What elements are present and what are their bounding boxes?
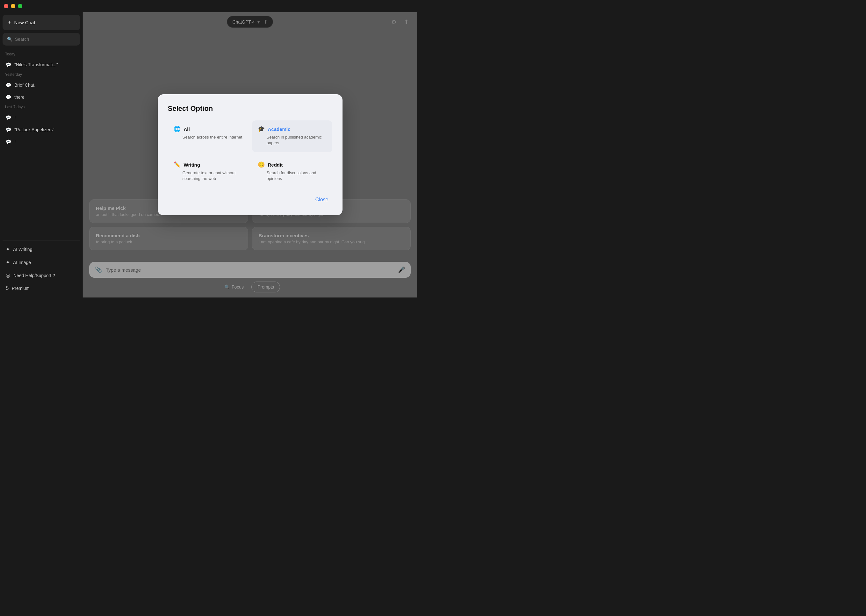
search-input[interactable]: [15, 37, 75, 42]
chat-item-potluck[interactable]: 💬 "Potluck Appetizers": [3, 124, 80, 135]
plus-icon: +: [8, 19, 11, 26]
section-yesterday-label: Yesterday: [3, 71, 80, 79]
chat-item-there[interactable]: 💬 there: [3, 91, 80, 103]
option-reddit[interactable]: 😊 Reddit Search for discussions and opin…: [252, 156, 332, 188]
minimize-button[interactable]: [11, 4, 15, 8]
sidebar-item-ai-writing[interactable]: ✦ AI Writing: [3, 243, 80, 255]
chat-icon: 💬: [6, 62, 11, 67]
traffic-lights: [4, 4, 22, 8]
option-academic-desc: Search in published academic papers: [258, 134, 327, 146]
option-reddit-desc: Search for discussions and opinions: [258, 170, 327, 182]
premium-label: Premium: [12, 286, 30, 291]
chat-item-nile[interactable]: 💬 "Nile's Transformati...": [3, 59, 80, 71]
chat-item-excl2-title: !: [14, 139, 16, 144]
chat-item-excl2[interactable]: 💬 !: [3, 136, 80, 148]
sidebar-bottom: ✦ AI Writing ✦ AI Image ◎ Need Help/Supp…: [3, 240, 80, 295]
select-option-modal: Select Option 🌐 All Search across the en…: [158, 94, 343, 215]
premium-icon: $: [6, 285, 9, 291]
sidebar-item-help[interactable]: ◎ Need Help/Support ?: [3, 269, 80, 281]
option-academic-header: 🎓 Academic: [258, 126, 327, 132]
section-today-label: Today: [3, 51, 80, 59]
chat-icon-excl1: 💬: [6, 115, 11, 120]
sidebar-item-ai-image[interactable]: ✦ AI Image: [3, 256, 80, 269]
close-label: Close: [316, 197, 328, 202]
close-modal-button[interactable]: Close: [311, 194, 332, 205]
chat-icon-excl2: 💬: [6, 139, 11, 144]
modal-overlay[interactable]: Select Option 🌐 All Search across the en…: [83, 12, 417, 297]
option-all-desc: Search across the entire internet: [174, 134, 242, 140]
ai-writing-icon: ✦: [6, 246, 10, 252]
close-button[interactable]: [4, 4, 8, 8]
new-chat-button[interactable]: + New Chat: [3, 15, 80, 30]
search-icon: 🔍: [7, 37, 13, 42]
titlebar: [0, 0, 417, 12]
maximize-button[interactable]: [18, 4, 22, 8]
ai-image-icon: ✦: [6, 259, 10, 265]
chat-icon-there: 💬: [6, 94, 11, 100]
modal-title: Select Option: [168, 104, 332, 113]
reddit-icon: 😊: [258, 161, 265, 168]
globe-icon: 🌐: [174, 126, 181, 132]
modal-footer: Close: [168, 194, 332, 205]
academic-icon: 🎓: [258, 126, 265, 132]
help-icon: ◎: [6, 272, 10, 278]
new-chat-label: New Chat: [14, 20, 35, 25]
option-reddit-header: 😊 Reddit: [258, 161, 327, 168]
chat-item-excl1[interactable]: 💬 !: [3, 112, 80, 123]
chat-item-there-title: there: [14, 94, 25, 100]
search-bar[interactable]: 🔍: [3, 33, 80, 46]
sidebar-item-premium[interactable]: $ Premium: [3, 282, 80, 294]
chat-item-brief[interactable]: 💬 Brief Chat.: [3, 79, 80, 91]
chat-icon-potluck: 💬: [6, 127, 11, 132]
option-reddit-title: Reddit: [268, 162, 283, 168]
option-writing-desc: Generate text or chat without searching …: [174, 170, 242, 182]
help-label: Need Help/Support ?: [13, 273, 55, 278]
option-all-title: All: [184, 126, 190, 132]
ai-writing-label: AI Writing: [13, 247, 32, 252]
options-grid: 🌐 All Search across the entire internet …: [168, 120, 332, 188]
chat-item-brief-title: Brief Chat.: [14, 82, 35, 88]
option-all[interactable]: 🌐 All Search across the entire internet: [168, 120, 248, 152]
chat-icon-brief: 💬: [6, 82, 11, 88]
ai-image-label: AI Image: [13, 260, 31, 265]
option-academic[interactable]: 🎓 Academic Search in published academic …: [252, 120, 332, 152]
chat-item-nile-title: "Nile's Transformati...": [14, 62, 58, 67]
option-writing-header: ✏️ Writing: [174, 161, 242, 168]
writing-icon: ✏️: [174, 161, 181, 168]
option-all-header: 🌐 All: [174, 126, 242, 132]
chat-item-excl1-title: !: [14, 115, 16, 120]
sidebar: + New Chat 🔍 Today 💬 "Nile's Transformat…: [0, 12, 83, 297]
chat-item-potluck-title: "Potluck Appetizers": [14, 127, 54, 132]
option-writing-title: Writing: [184, 162, 200, 168]
app-container: + New Chat 🔍 Today 💬 "Nile's Transformat…: [0, 12, 417, 297]
option-writing[interactable]: ✏️ Writing Generate text or chat without…: [168, 156, 248, 188]
main-content: ChatGPT-4 ▾ ⬆ ⚙ ⬆ Help me Pick an outfit…: [83, 12, 417, 297]
option-academic-title: Academic: [268, 126, 291, 132]
section-last7-label: Last 7 days: [3, 104, 80, 112]
